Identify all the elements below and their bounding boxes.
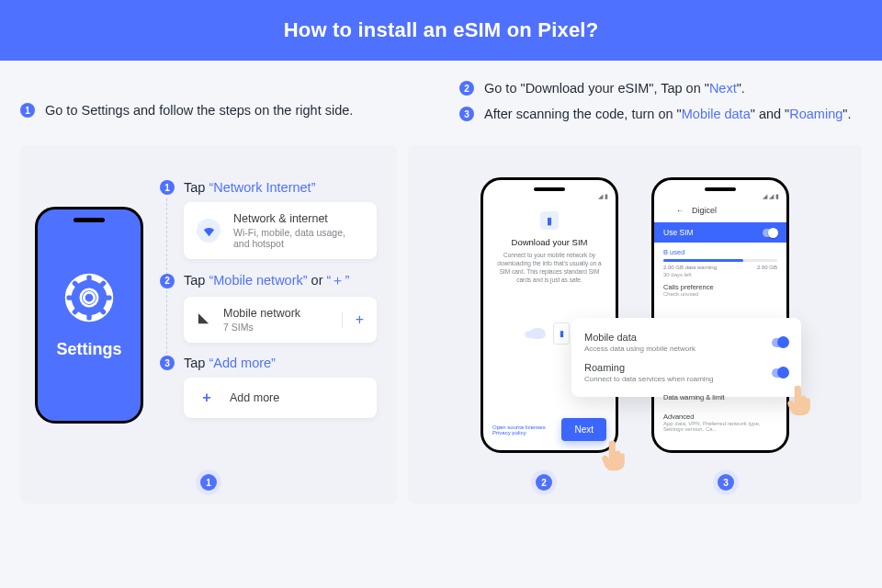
- bullet-3: 3: [459, 107, 474, 121]
- card-network-internet[interactable]: Network & internet Wi-Fi, mobile, data u…: [184, 202, 377, 259]
- intro-step-1-text: Go to Settings and follow the steps on t…: [45, 103, 353, 118]
- card-mobile-title: Mobile network: [223, 307, 329, 320]
- substep-1: 1 Tap “Network Internet” Network & inter…: [160, 180, 377, 259]
- carrier-title: ←Digicel: [663, 206, 777, 215]
- plus-icon[interactable]: +: [342, 311, 364, 328]
- phone-download-sim: ◢ ▮ ▮ Download your SIM Connect to your …: [481, 177, 618, 453]
- use-sim-label: Use SIM: [663, 228, 694, 237]
- mobile-data-toggle[interactable]: [772, 338, 788, 347]
- usage-right: 2.00 GB: [757, 265, 777, 270]
- tap-hand-icon: [786, 384, 814, 417]
- svg-point-12: [85, 293, 94, 301]
- download-sim-desc: Connect to your mobile network by downlo…: [494, 251, 605, 284]
- panel-1-foot: 1: [35, 467, 382, 491]
- cloud-icon: [529, 328, 546, 339]
- card-mobile-network[interactable]: Mobile network 7 SIMs +: [184, 297, 377, 343]
- phone-digicel-settings: ◢ ◢ ▮ ←Digicel Use SIM B used: [651, 177, 789, 453]
- highlight-next: Next: [709, 81, 737, 96]
- panel-2-body: ◢ ▮ ▮ Download your SIM Connect to your …: [423, 164, 847, 467]
- sub-steps: 1 Tap “Network Internet” Network & inter…: [158, 164, 382, 467]
- roaming-title: Roaming: [584, 362, 714, 373]
- intro-step-2-text: Go to "Download your eSIM", Tap on "Next…: [484, 81, 745, 96]
- sim-card-icon: ▮: [553, 322, 570, 345]
- substep-3-bullet: 3: [160, 356, 175, 370]
- card-add-more[interactable]: + Add more: [184, 378, 377, 418]
- plus-icon: +: [197, 388, 217, 408]
- mobile-data-row[interactable]: Mobile data Access data using mobile net…: [584, 327, 788, 357]
- calls-preference-row[interactable]: Calls preference Check unused: [663, 277, 777, 302]
- usage-left: 2.00 GB data warning: [663, 265, 717, 270]
- legal-links[interactable]: Open source licenses Privacy policy: [492, 424, 561, 435]
- advanced-row[interactable]: Advanced App data, VPN, Preferred networ…: [663, 407, 777, 437]
- substep-3: 3 Tap “Add more” + Add more: [160, 356, 377, 418]
- mobile-data-sub: Access data using mobile network: [584, 345, 695, 353]
- foot-badge-2: 2: [536, 474, 552, 491]
- intro-left: 1 Go to Settings and follow the steps on…: [20, 75, 423, 129]
- substep-1-title: 1 Tap “Network Internet”: [160, 180, 377, 195]
- substep-3-title: 3 Tap “Add more”: [160, 356, 377, 370]
- highlight-roaming: Roaming: [789, 107, 842, 121]
- panel-1-body: Settings 1 Tap “Network Internet”: [35, 164, 382, 467]
- panel-2-phones: ◢ ▮ ▮ Download your SIM Connect to your …: [408, 145, 862, 503]
- use-sim-toggle[interactable]: [763, 229, 777, 237]
- highlight-mobile-data: Mobile data: [682, 107, 751, 121]
- settings-label: Settings: [56, 340, 121, 359]
- back-icon[interactable]: ←: [676, 206, 684, 215]
- intro-right: 2 Go to "Download your eSIM", Tap on "Ne…: [459, 75, 862, 132]
- settings-phone: Settings: [35, 207, 143, 424]
- page-title: How to install an eSIM on Pixel?: [284, 18, 599, 42]
- status-bar: ◢ ◢ ▮: [654, 180, 786, 202]
- mobile-data-title: Mobile data: [584, 332, 695, 343]
- card-network-title: Network & internet: [233, 212, 364, 225]
- use-sim-row[interactable]: Use SIM: [654, 222, 786, 243]
- intro-step-1: 1 Go to Settings and follow the steps on…: [20, 103, 423, 118]
- foot-badge-1: 1: [200, 474, 217, 491]
- bullet-2: 2: [459, 81, 474, 96]
- next-button[interactable]: Next: [561, 418, 606, 441]
- wifi-icon: [197, 219, 220, 243]
- roaming-toggle[interactable]: [772, 368, 788, 378]
- signal-icon: [197, 311, 210, 328]
- sim-icon: ▮: [540, 211, 559, 230]
- card-network-sub: Wi-Fi, mobile, data usage, and hotspot: [233, 227, 364, 249]
- download-sim-title: Download your SIM: [494, 237, 605, 247]
- content-area: 1 Go to Settings and follow the steps on…: [0, 61, 882, 503]
- usage-bar: [663, 259, 777, 262]
- gear-icon: [63, 272, 115, 323]
- header-bar: How to install an eSIM on Pixel?: [0, 0, 882, 61]
- status-bar: ◢ ▮: [483, 180, 616, 202]
- card-add-more-title: Add more: [230, 391, 364, 404]
- substep-2: 2 Tap “Mobile network” or “＋” Mobile net…: [160, 272, 377, 343]
- intro-step-3-text: After scanning the code, turn on "Mobile…: [484, 107, 851, 121]
- data-warning-row[interactable]: Data warning & limit: [663, 388, 777, 407]
- panels-row: Settings 1 Tap “Network Internet”: [20, 145, 862, 503]
- card-mobile-sub: 7 SIMs: [223, 322, 329, 333]
- intro-step-2: 2 Go to "Download your eSIM", Tap on "Ne…: [459, 81, 862, 96]
- substep-2-title: 2 Tap “Mobile network” or “＋”: [160, 272, 377, 289]
- usage-label: B used: [663, 248, 777, 256]
- substep-2-bullet: 2: [160, 274, 175, 288]
- intro-row: 1 Go to Settings and follow the steps on…: [20, 75, 862, 132]
- bullet-1: 1: [20, 103, 35, 118]
- substep-1-bullet: 1: [160, 180, 175, 195]
- foot-badge-3: 3: [718, 474, 734, 491]
- panel-1-settings-steps: Settings 1 Tap “Network Internet”: [20, 145, 397, 503]
- panel-2-foot: 2 3: [423, 467, 847, 491]
- intro-step-3: 3 After scanning the code, turn on "Mobi…: [459, 107, 862, 121]
